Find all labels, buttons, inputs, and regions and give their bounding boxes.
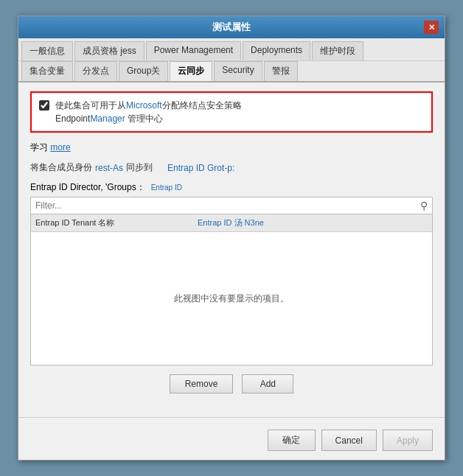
- highlight-line2: EndpointManager 管理中心: [55, 113, 163, 124]
- tab-cloud-sync[interactable]: 云同步: [170, 61, 212, 81]
- remove-button[interactable]: Remove: [170, 374, 234, 393]
- filter-input[interactable]: [35, 200, 420, 211]
- tab-general[interactable]: 一般信息: [21, 41, 73, 60]
- highlighted-section: 使此集合可用于从Microsoft分配终结点安全策略 EndpointManag…: [30, 91, 433, 133]
- tab-alert[interactable]: 警报: [264, 61, 298, 81]
- action-buttons: Remove Add: [30, 374, 433, 393]
- tab-distribution-point[interactable]: 分发点: [74, 61, 117, 81]
- add-button[interactable]: Add: [242, 374, 293, 393]
- apply-button[interactable]: Apply: [383, 430, 433, 451]
- tab-deployments[interactable]: Deployments: [243, 41, 310, 60]
- dialog-title: 测试属性: [39, 21, 424, 34]
- table-col-tenant: Entrap ID Tenant 名称: [35, 217, 198, 228]
- close-button[interactable]: ✕: [424, 21, 439, 34]
- table-header: Entrap ID Tenant 名称 Entrap ID 汤 N3ne: [31, 214, 432, 232]
- table-body: 此视图中没有要显示的项目。: [31, 232, 432, 365]
- dialog: 测试属性 ✕ 一般信息 成员资格 jess Power Management D…: [18, 15, 445, 461]
- title-bar: 测试属性 ✕: [18, 16, 445, 38]
- tab-security[interactable]: Security: [214, 61, 262, 81]
- tab-membership[interactable]: 成员资格 jess: [74, 41, 145, 60]
- tab-groups[interactable]: Group关: [119, 61, 168, 81]
- tab-power-management[interactable]: Power Management: [146, 41, 241, 60]
- entrap-id-row: Entrap ID Director, 'Groups： Entrap ID: [30, 181, 433, 194]
- tabs-row1: 一般信息 成员资格 jess Power Management Deployme…: [18, 38, 445, 61]
- table-empty-text: 此视图中没有要显示的项目。: [174, 293, 289, 305]
- tab-collection-vars[interactable]: 集合变量: [21, 61, 73, 81]
- learn-row: 学习 more: [30, 141, 433, 154]
- highlight-line1: 使此集合可用于从Microsoft分配终结点安全策略: [55, 100, 242, 111]
- bottom-buttons: 确定 Cancel Apply: [18, 424, 445, 460]
- filter-row: ⚲: [30, 197, 433, 214]
- sync-row: 将集合成员身份 rest-As 同步到 Entrap ID Grot-p:: [30, 161, 433, 174]
- learn-more-link[interactable]: more: [50, 142, 70, 153]
- search-icon: ⚲: [420, 200, 428, 211]
- tab-maintenance[interactable]: 维护时段: [312, 41, 363, 60]
- table-col-n3ne: Entrap ID 汤 N3ne: [198, 217, 428, 228]
- highlight-text: 使此集合可用于从Microsoft分配终结点安全策略 EndpointManag…: [55, 99, 242, 125]
- tabs-row2: 集合变量 分发点 Group关 云同步 Security 警报: [18, 61, 445, 83]
- enable-collection-checkbox[interactable]: [39, 100, 49, 111]
- confirm-button[interactable]: 确定: [268, 430, 316, 451]
- content-area: 使此集合可用于从Microsoft分配终结点安全策略 EndpointManag…: [18, 83, 445, 411]
- table-container: Entrap ID Tenant 名称 Entrap ID 汤 N3ne 此视图…: [30, 214, 433, 365]
- cancel-button[interactable]: Cancel: [321, 430, 377, 451]
